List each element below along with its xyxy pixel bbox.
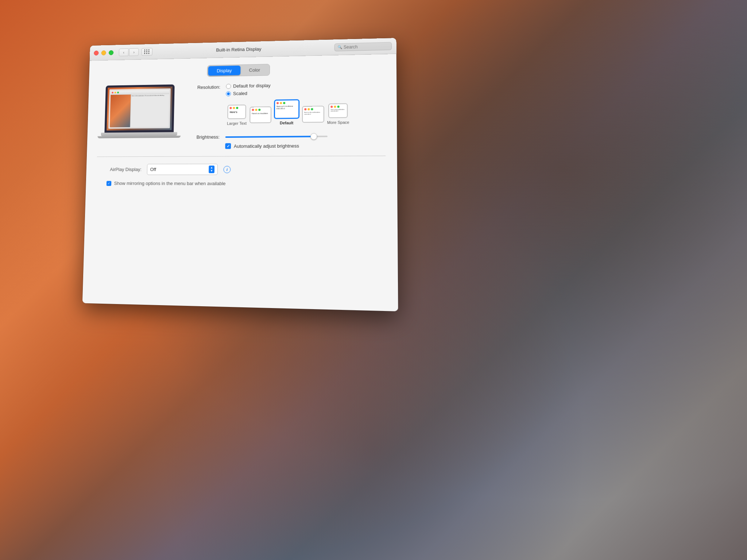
radio-options: Default for display Scaled [226,83,271,96]
scale-label-1: Larger Text [227,121,247,125]
grid-icon [144,49,150,54]
mirror-row: ✓ Show mirroring options in the menu bar… [107,180,378,187]
airplay-label: AirPlay Display: [103,167,142,172]
scale-label-3: Default [280,121,293,125]
laptop-screen-content: Here's to the troublemakers. The ones wh… [108,88,171,129]
scale-option-2[interactable]: Here's to troublem [249,106,271,125]
laptop-foot [97,136,181,138]
radio-scaled[interactable]: Scaled [226,90,270,97]
radio-scaled-circle [226,91,231,96]
scale-text-5: Here's to the troublemakers ones who don… [329,108,347,113]
auto-brightness-label: Automatically adjust brightness [234,143,299,149]
scale-dots-1 [228,105,245,110]
laptop-screen: Here's to the troublemakers. The ones wh… [104,85,174,133]
scale-text-2: Here's to troublem [250,112,271,116]
main-layout: Here's to the troublemakers. The ones wh… [97,81,386,150]
scale-option-larger-text[interactable]: Here's Larger Text [227,105,247,126]
minimize-button[interactable] [101,50,106,55]
scale-dots-2 [250,107,271,112]
window-title: Built-in Retina Display [216,46,261,52]
maximize-button[interactable] [109,50,113,55]
scale-options-row: Here's Larger Text Here's to troublem [227,98,386,126]
scale-option-default[interactable]: Here's to th troublemai ones who d Defau… [274,100,299,125]
nav-buttons: ‹ › [119,48,139,56]
scale-thumb-2: Here's to troublem [249,106,271,123]
display-preview: Here's to the troublemakers. The ones wh… [97,84,182,148]
chevron-up-icon: ▲ [210,166,213,169]
brightness-slider[interactable] [225,136,328,138]
airplay-row: AirPlay Display: Off ▲ ▼ i [103,163,378,175]
forward-arrow-icon: › [133,50,135,54]
scale-option-4[interactable]: Here's to the troublemakers ones who d [302,106,324,125]
chevron-down-icon: ▼ [210,170,213,172]
back-arrow-icon: ‹ [123,50,124,54]
window-controls [94,50,113,55]
radio-default-circle [226,83,231,89]
dropdown-arrows-icon: ▲ ▼ [209,166,214,173]
settings-panel: Resolution: Default for display Scaled [191,81,386,149]
laptop-image: Here's to the troublemakers. The ones wh… [97,84,182,148]
airplay-dropdown[interactable]: Off ▲ ▼ [147,164,218,175]
resolution-row: Resolution: Default for display Scaled [192,81,385,97]
resolution-label: Resolution: [192,83,220,90]
mirror-label: Show mirroring options in the menu bar w… [114,180,226,186]
auto-brightness-checkbox[interactable]: ✓ [225,143,231,149]
search-icon: 🔍 [338,45,342,49]
radio-default-label: Default for display [233,83,271,89]
preferences-window: ‹ › Built-in Retina Display 🔍 Display Co [82,38,398,311]
scale-label-5: More Space [327,120,349,125]
scale-dots-5 [329,104,347,109]
scale-text-3: Here's to th troublemai ones who d [275,105,298,110]
tab-group: Display Color [207,64,270,77]
scale-dots-3 [275,100,298,105]
close-button[interactable] [94,50,98,55]
brightness-section: Brightness: ✓ Automatically adjust brigh… [191,133,386,149]
radio-scaled-label: Scaled [233,91,247,96]
brightness-label: Brightness: [191,134,220,140]
scale-text-1: Here's [228,110,245,114]
section-divider [97,156,386,157]
grid-view-button[interactable] [142,48,153,56]
back-button[interactable]: ‹ [119,48,129,56]
scale-thumb-1: Here's [228,105,247,119]
scale-thumb-4: Here's to the troublemakers ones who d [302,106,324,123]
scale-text-4: Here's to the troublemakers ones who d [303,111,324,116]
forward-button[interactable]: › [129,48,139,56]
brightness-row: Brightness: [191,133,386,140]
airplay-dropdown-value: Off [150,167,206,172]
scale-option-more-space[interactable]: Here's to the troublemakers ones who don… [327,103,349,125]
resolution-section: Resolution: Default for display Scaled [191,81,386,126]
tab-display[interactable]: Display [208,66,241,76]
tab-color[interactable]: Color [240,65,269,75]
scale-thumb-3: Here's to th troublemai ones who d [274,100,299,118]
search-input[interactable] [344,43,388,50]
bottom-section: AirPlay Display: Off ▲ ▼ i ✓ Show mirror… [96,163,386,190]
mirror-checkbox[interactable]: ✓ [107,181,112,186]
info-button[interactable]: i [223,166,231,173]
scale-dots-4 [303,106,324,111]
auto-brightness-row: ✓ Automatically adjust brightness [225,142,386,149]
content-area: Display Color [82,54,398,311]
tabs-container: Display Color [99,62,385,79]
search-bar[interactable]: 🔍 [334,42,392,51]
radio-default[interactable]: Default for display [226,83,271,89]
scale-thumb-5: Here's to the troublemakers ones who don… [329,103,348,118]
